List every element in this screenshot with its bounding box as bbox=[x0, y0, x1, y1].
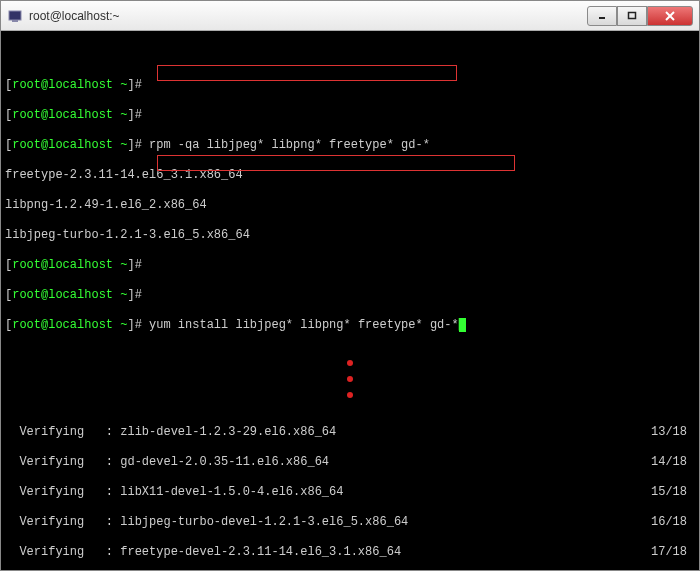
command-line-1: [root@localhost ~]# rpm -qa libjpeg* lib… bbox=[5, 138, 695, 153]
command-text-1: rpm -qa libjpeg* libpng* freetype* gd-* bbox=[149, 138, 430, 152]
command-line-2: [root@localhost ~]# yum install libjpeg*… bbox=[5, 318, 695, 333]
prompt-line: [root@localhost ~]# bbox=[5, 108, 695, 123]
svg-rect-3 bbox=[629, 12, 636, 18]
minimize-button[interactable] bbox=[587, 6, 617, 26]
verify-line: Verifying : freetype-devel-2.3.11-14.el6… bbox=[5, 545, 695, 560]
svg-rect-1 bbox=[12, 20, 18, 22]
output-line: freetype-2.3.11-14.el6_3.1.x86_64 bbox=[5, 168, 695, 183]
prompt-host: localhost bbox=[48, 78, 113, 92]
titlebar[interactable]: root@localhost:~ bbox=[1, 1, 699, 31]
output-line: libjpeg-turbo-1.2.1-3.el6_5.x86_64 bbox=[5, 228, 695, 243]
command-text-2: yum install libjpeg* libpng* freetype* g… bbox=[149, 318, 459, 332]
svg-rect-0 bbox=[9, 11, 21, 20]
close-button[interactable] bbox=[647, 6, 693, 26]
cursor-icon: █ bbox=[459, 318, 466, 332]
dot-icon bbox=[347, 360, 353, 366]
dot-icon bbox=[347, 392, 353, 398]
prompt-line: [root@localhost ~]# bbox=[5, 258, 695, 273]
ellipsis-dots bbox=[5, 348, 695, 410]
prompt-user: root bbox=[12, 78, 41, 92]
dot-icon bbox=[347, 376, 353, 382]
terminal[interactable]: [root@localhost ~]# [root@localhost ~]# … bbox=[1, 31, 699, 570]
output-line: libpng-1.2.49-1.el6_2.x86_64 bbox=[5, 198, 695, 213]
maximize-button[interactable] bbox=[617, 6, 647, 26]
verify-line: Verifying : libjpeg-turbo-devel-1.2.1-3.… bbox=[5, 515, 695, 530]
verify-line: Verifying : gd-devel-2.0.35-11.el6.x86_6… bbox=[5, 455, 695, 470]
prompt-path: ~ bbox=[120, 78, 127, 92]
verify-line: Verifying : zlib-devel-1.2.3-29.el6.x86_… bbox=[5, 425, 695, 440]
window-title: root@localhost:~ bbox=[29, 9, 587, 23]
putty-icon bbox=[7, 8, 23, 24]
window-controls bbox=[587, 6, 693, 26]
prompt-line: [root@localhost ~]# bbox=[5, 78, 695, 93]
app-window: root@localhost:~ [root@localhost ~]# [ro… bbox=[0, 0, 700, 571]
prompt-line: [root@localhost ~]# bbox=[5, 288, 695, 303]
verify-line: Verifying : libX11-devel-1.5.0-4.el6.x86… bbox=[5, 485, 695, 500]
